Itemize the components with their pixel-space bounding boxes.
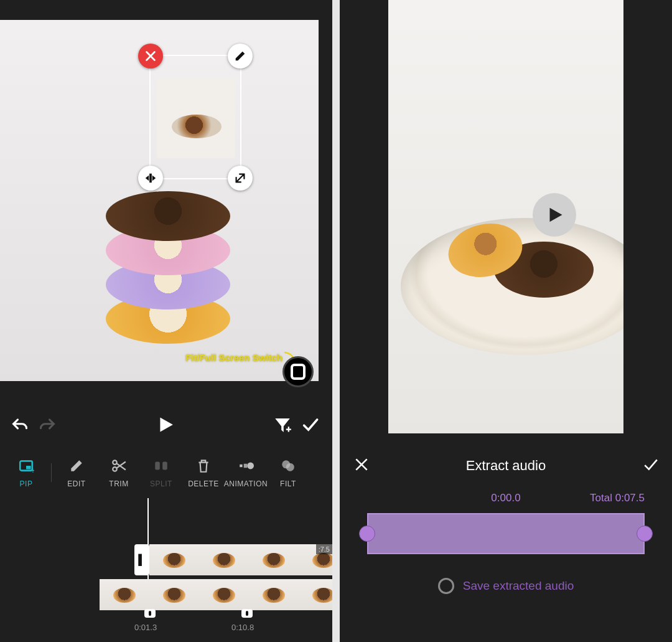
- save-extracted-row[interactable]: Save extracted audio: [340, 578, 672, 594]
- pip-thumbnail: [157, 78, 235, 158]
- close-icon: [353, 456, 370, 473]
- save-audio-label: Save extracted audio: [463, 579, 574, 593]
- app-root: Fit/Full Screen Switch +: [0, 0, 672, 642]
- donut-chocolate: [106, 191, 230, 241]
- svg-point-12: [286, 463, 294, 471]
- tool-pip[interactable]: + PIP: [5, 457, 47, 488]
- svg-rect-6: [155, 462, 160, 470]
- editor-pane: Fit/Full Screen Switch +: [0, 0, 332, 642]
- trash-icon: [195, 457, 212, 474]
- svg-rect-7: [162, 462, 167, 470]
- extract-toolbar: Extract audio: [340, 448, 672, 483]
- timeline-frame: [199, 579, 249, 610]
- save-audio-radio[interactable]: [438, 578, 454, 594]
- tool-divider: [51, 463, 52, 482]
- current-time: 0:00.0: [491, 492, 520, 504]
- pencil-icon: [233, 49, 247, 63]
- timeline-marker-a[interactable]: [144, 609, 156, 618]
- playback-bar: +: [0, 406, 332, 443]
- pip-icon: +: [17, 457, 35, 474]
- scissors-icon: [110, 457, 128, 474]
- close-icon: [144, 49, 157, 63]
- preview-canvas[interactable]: Fit/Full Screen Switch: [0, 20, 319, 381]
- redo-button[interactable]: [34, 411, 61, 438]
- timeline-marker-b[interactable]: [241, 609, 253, 618]
- svg-point-10: [247, 463, 254, 470]
- pencil-icon: [68, 457, 85, 474]
- play-icon: [545, 205, 564, 224]
- clip-start-handle[interactable]: ▌: [134, 544, 149, 575]
- extract-range-slider[interactable]: [363, 511, 648, 557]
- add-keyframe-button[interactable]: +: [269, 411, 296, 438]
- tool-filter[interactable]: FILT: [267, 457, 309, 488]
- aspect-box-icon: [291, 364, 306, 380]
- timeline-frame: [149, 544, 199, 575]
- preview-area: Fit/Full Screen Switch: [0, 0, 332, 381]
- extract-preview: [388, 0, 623, 433]
- svg-rect-8: [240, 465, 242, 467]
- main-donut-stack: [106, 182, 230, 344]
- timeline-frame: [249, 579, 299, 610]
- tool-label: ANIMATION: [224, 479, 268, 488]
- tool-label: PIP: [20, 479, 33, 488]
- filter-icon: [279, 457, 297, 474]
- play-icon: [156, 416, 174, 433]
- pip-edit-handle[interactable]: [228, 44, 253, 68]
- split-icon: [152, 457, 170, 474]
- timeline-frame: [149, 579, 199, 610]
- extract-audio-pane: Extract audio 0:00.0 Total 0:07.5 Save e…: [340, 0, 672, 642]
- timeline-time-a: 0:01.3: [134, 623, 157, 632]
- svg-rect-2: [26, 466, 31, 469]
- main-track[interactable]: :7.5: [149, 544, 332, 575]
- pip-track[interactable]: [100, 579, 332, 610]
- confirm-button[interactable]: [642, 456, 658, 475]
- fit-full-toggle[interactable]: [282, 356, 314, 387]
- svg-rect-9: [244, 464, 247, 468]
- redo-icon: [39, 416, 56, 433]
- tool-delete[interactable]: DELETE: [182, 457, 225, 488]
- preview-play-button[interactable]: [533, 193, 576, 237]
- check-icon: [301, 416, 319, 433]
- range-start-knob[interactable]: [359, 526, 375, 542]
- pip-delete-handle[interactable]: [138, 44, 163, 68]
- tool-trim[interactable]: TRIM: [98, 457, 140, 488]
- filter-add-icon: +: [274, 416, 291, 433]
- extract-times: 0:00.0 Total 0:07.5: [340, 492, 672, 509]
- check-icon: [642, 456, 658, 473]
- timeline-frame: [100, 579, 149, 610]
- clip-duration-badge: :7.5: [316, 544, 332, 554]
- confirm-button[interactable]: [296, 411, 324, 438]
- tool-label: DELETE: [188, 479, 219, 488]
- svg-text:+: +: [31, 466, 34, 474]
- timeline-frame: [199, 544, 249, 575]
- undo-icon: [11, 416, 29, 433]
- tool-label: EDIT: [67, 479, 85, 488]
- pip-selection-box[interactable]: [149, 55, 241, 179]
- timeline-time-b: 0:10.8: [231, 623, 254, 632]
- timeline-frame: [249, 544, 299, 575]
- pip-flip-handle[interactable]: [138, 166, 163, 191]
- animation-icon: [237, 457, 254, 474]
- tool-row: + PIP EDIT TRIM SPLIT DELETE A: [0, 448, 332, 497]
- close-button[interactable]: [353, 456, 370, 475]
- range-fill: [367, 513, 645, 554]
- tool-label: FILT: [280, 479, 296, 488]
- timeline[interactable]: ▌ :7.5 0:01.3 0:10.8: [0, 498, 332, 642]
- pip-scale-handle[interactable]: [228, 166, 253, 191]
- fit-full-hint-label: Fit/Full Screen Switch: [185, 352, 282, 363]
- range-end-knob[interactable]: [637, 526, 653, 542]
- undo-button[interactable]: [6, 411, 34, 438]
- tool-edit[interactable]: EDIT: [55, 457, 98, 488]
- tool-animation[interactable]: ANIMATION: [225, 457, 267, 488]
- timeline-frame: [299, 579, 332, 610]
- flip-horizontal-icon: [144, 171, 157, 185]
- tool-split: SPLIT: [140, 457, 182, 488]
- svg-text:+: +: [286, 424, 291, 433]
- tool-label: SPLIT: [150, 479, 172, 488]
- total-time: Total 0:07.5: [590, 492, 645, 504]
- tool-label: TRIM: [109, 479, 128, 488]
- extract-title: Extract audio: [466, 458, 546, 474]
- resize-diagonal-icon: [233, 171, 247, 185]
- play-button[interactable]: [151, 411, 179, 438]
- pane-divider: [332, 0, 340, 642]
